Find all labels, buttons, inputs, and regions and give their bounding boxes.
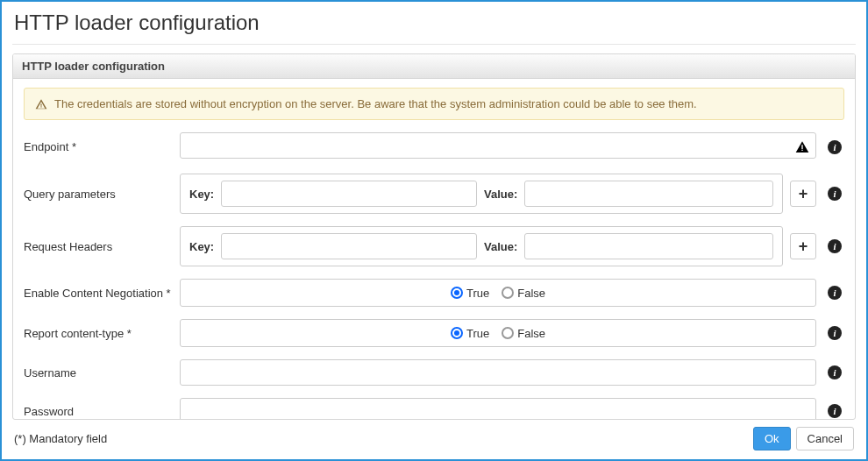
row-query-params: Query parameters Key: Value: + i bbox=[24, 174, 844, 214]
label-endpoint: Endpoint * bbox=[24, 140, 171, 153]
dialog: HTTP loader configuration HTTP loader co… bbox=[0, 0, 868, 461]
warning-alert: The credentials are stored without encry… bbox=[24, 88, 844, 120]
label-request-headers: Request Headers bbox=[24, 240, 171, 253]
label-report-ct: Report content-type * bbox=[24, 327, 171, 340]
ok-button[interactable]: Ok bbox=[753, 427, 791, 450]
radio-label: True bbox=[466, 327, 489, 340]
rh-key-input[interactable] bbox=[221, 233, 477, 259]
query-params-box: Key: Value: bbox=[180, 174, 783, 214]
report-ct-true[interactable]: True bbox=[451, 327, 489, 340]
qp-key-label: Key: bbox=[189, 188, 214, 201]
rh-key-label: Key: bbox=[189, 240, 214, 253]
password-input[interactable] bbox=[180, 398, 816, 420]
username-input[interactable] bbox=[180, 359, 816, 386]
info-icon[interactable]: i bbox=[828, 365, 842, 379]
page-title: HTTP loader configuration bbox=[2, 2, 866, 44]
request-headers-box: Key: Value: bbox=[180, 226, 783, 266]
info-icon[interactable]: i bbox=[828, 326, 842, 340]
cancel-button[interactable]: Cancel bbox=[796, 427, 854, 450]
rh-value-input[interactable] bbox=[524, 233, 773, 259]
mandatory-note: (*) Mandatory field bbox=[14, 432, 107, 445]
dialog-footer: (*) Mandatory field Ok Cancel bbox=[2, 420, 866, 459]
qp-key-input[interactable] bbox=[221, 181, 477, 207]
add-request-header-button[interactable]: + bbox=[790, 233, 816, 259]
divider bbox=[12, 44, 856, 45]
panel-body: The credentials are stored without encry… bbox=[13, 79, 855, 420]
panel-header: HTTP loader configuration bbox=[13, 54, 855, 79]
label-username: Username bbox=[24, 366, 171, 379]
radio-icon bbox=[502, 327, 514, 339]
enable-cn-false[interactable]: False bbox=[502, 287, 545, 300]
info-icon[interactable]: i bbox=[828, 140, 842, 154]
info-icon[interactable]: i bbox=[828, 286, 842, 300]
warning-text: The credentials are stored without encry… bbox=[54, 97, 697, 110]
row-username: Username i bbox=[24, 359, 844, 386]
label-enable-cn: Enable Content Negotiation * bbox=[24, 287, 171, 300]
endpoint-wrap bbox=[180, 132, 816, 161]
radio-icon bbox=[502, 287, 514, 299]
radio-label: False bbox=[517, 287, 545, 300]
label-password: Password bbox=[24, 405, 171, 418]
radio-label: True bbox=[466, 287, 489, 300]
info-icon[interactable]: i bbox=[828, 187, 842, 201]
row-enable-cn: Enable Content Negotiation * True False … bbox=[24, 279, 844, 307]
warning-icon bbox=[35, 98, 47, 110]
radio-icon bbox=[451, 287, 463, 299]
qp-value-input[interactable] bbox=[524, 181, 773, 207]
info-icon[interactable]: i bbox=[828, 239, 842, 253]
row-report-ct: Report content-type * True False i bbox=[24, 319, 844, 347]
endpoint-input[interactable] bbox=[180, 132, 816, 159]
validation-warning-icon bbox=[795, 140, 809, 154]
config-panel: HTTP loader configuration The credential… bbox=[12, 53, 856, 420]
row-request-headers: Request Headers Key: Value: + i bbox=[24, 226, 844, 266]
radio-label: False bbox=[517, 327, 545, 340]
qp-value-label: Value: bbox=[484, 188, 517, 201]
radio-icon bbox=[451, 327, 463, 339]
info-icon[interactable]: i bbox=[828, 404, 842, 418]
enable-cn-radio-group: True False bbox=[180, 279, 816, 307]
report-ct-radio-group: True False bbox=[180, 319, 816, 347]
add-query-param-button[interactable]: + bbox=[790, 181, 816, 207]
enable-cn-true[interactable]: True bbox=[451, 287, 489, 300]
rh-value-label: Value: bbox=[484, 240, 517, 253]
label-query-params: Query parameters bbox=[24, 188, 171, 201]
report-ct-false[interactable]: False bbox=[502, 327, 545, 340]
row-endpoint: Endpoint * i bbox=[24, 132, 844, 161]
row-password: Password i bbox=[24, 398, 844, 420]
